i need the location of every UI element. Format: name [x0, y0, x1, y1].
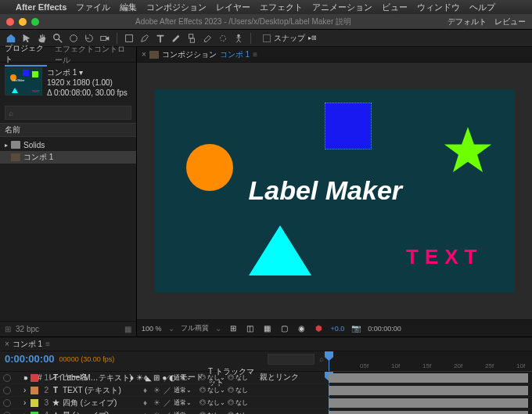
track-row[interactable] [329, 384, 532, 397]
clone-tool-icon[interactable] [185, 32, 198, 45]
layer-bar[interactable] [329, 411, 528, 414]
layer-name[interactable]: 四角 (シェイプ) [63, 398, 141, 409]
brush-tool-icon[interactable] [170, 32, 182, 45]
layer-row[interactable]: › 2 T TEXT (テキスト) ♦ ☀ ／ 通常⌄ ◎ なし⌄ ◎ なし [0, 384, 329, 397]
layer-name[interactable]: TEXT (テキスト) [63, 385, 141, 396]
square-shape[interactable] [325, 103, 371, 149]
orbit-tool-icon[interactable] [67, 32, 80, 45]
zoom-dropdown[interactable]: 100 % [142, 325, 162, 333]
roto-tool-icon[interactable] [217, 32, 229, 45]
layer-bar[interactable] [329, 398, 528, 408]
menu-edit[interactable]: 編集 [120, 2, 137, 13]
menu-help[interactable]: ヘルプ [469, 2, 495, 13]
parent-link[interactable]: ◎ なし [228, 398, 248, 407]
parent-link[interactable]: ◎ なし [228, 411, 248, 414]
menu-effect[interactable]: エフェクト [260, 2, 303, 13]
blend-mode[interactable]: 通常⌄ [174, 398, 197, 407]
track-matte[interactable]: ◎ なし⌄ [200, 411, 225, 414]
shape-tool-icon[interactable] [123, 32, 135, 45]
shy-switch[interactable]: ♦ [143, 373, 151, 382]
visibility-toggle[interactable] [3, 399, 11, 407]
layer-name[interactable]: Label M…テキスト) [63, 373, 141, 383]
close-window-button[interactable] [6, 18, 14, 26]
label-color[interactable] [31, 399, 38, 407]
collapse-switch[interactable]: ☀ [153, 373, 161, 382]
quality-switch[interactable]: ／ [164, 410, 171, 415]
collapse-switch[interactable]: ☀ [153, 411, 161, 414]
menu-composition[interactable]: コンポジション [146, 2, 207, 13]
blend-mode[interactable]: 通常⌄ [174, 373, 197, 382]
timeline-search-input[interactable] [268, 354, 315, 365]
quality-switch[interactable]: ／ [164, 398, 171, 409]
workspace-review[interactable]: レビュー [494, 16, 526, 27]
label-color[interactable] [31, 387, 38, 394]
quality-dropdown[interactable]: フル画質 [181, 323, 209, 333]
collapse-switch[interactable]: ☀ [153, 386, 161, 394]
track-area[interactable] [329, 372, 532, 414]
shy-switch[interactable]: ♦ [143, 386, 151, 394]
quality-switch[interactable]: ／ [164, 385, 171, 396]
parent-link[interactable]: ◎ なし [228, 373, 248, 382]
menu-layer[interactable]: レイヤー [216, 2, 250, 13]
time-ruler[interactable]: 05f 10f 15f 20f 25f 10f [329, 351, 532, 372]
expand-icon[interactable]: ▸ [5, 142, 8, 149]
playhead[interactable] [329, 351, 329, 371]
layer-row[interactable]: › 1 T Label M…テキスト) ♦ ☀ ／ 通常⌄ ◎ なし⌄ ◎ なし [0, 372, 329, 384]
track-matte[interactable]: ◎ なし⌄ [200, 398, 225, 407]
workspace-default[interactable]: デフォルト [448, 16, 487, 27]
preview-timecode[interactable]: 0:00:00:00 [368, 325, 401, 333]
layer-row[interactable]: › 3 ★ 四角 (シェイプ) ♦ ☀ ／ 通常⌄ ◎ なし⌄ ◎ なし [0, 397, 329, 409]
solids-folder[interactable]: ▸ Solids [0, 139, 136, 151]
layer-bar[interactable] [329, 373, 528, 383]
eraser-tool-icon[interactable] [201, 32, 214, 45]
parent-link[interactable]: ◎ なし [228, 386, 248, 394]
visibility-toggle[interactable] [3, 374, 11, 382]
3d-icon[interactable]: ⬢ [314, 323, 325, 334]
layer-row[interactable]: › 4 ★ 星 (シェイプ) ♦ ☀ ／ 通常⌄ ◎ なし⌄ ◎ なし [0, 409, 329, 414]
snap-options-icon[interactable]: ▸⊞ [308, 34, 317, 41]
viewer-tab[interactable]: × コンポジション コンポ 1 ≡ [142, 49, 257, 60]
star-shape[interactable] [438, 122, 498, 183]
puppet-tool-icon[interactable] [232, 32, 245, 45]
minimize-window-button[interactable] [19, 18, 27, 26]
label-color[interactable] [31, 374, 38, 382]
menu-file[interactable]: ファイル [76, 2, 110, 13]
text-tool-icon[interactable] [154, 32, 167, 45]
layer-name[interactable]: 星 (シェイプ) [63, 410, 141, 415]
name-column-header[interactable]: 名前 [5, 124, 20, 135]
visibility-toggle[interactable] [3, 412, 11, 415]
composition-canvas[interactable]: Label Maker TEXT [155, 89, 515, 293]
maximize-window-button[interactable] [31, 18, 39, 26]
project-search-input[interactable]: ⌕ [5, 106, 131, 120]
camera-tool-icon[interactable] [99, 32, 111, 45]
snap-checkbox[interactable] [263, 34, 271, 42]
quality-switch[interactable]: ／ [164, 373, 171, 383]
interpret-icon[interactable]: ⊞ [5, 325, 11, 333]
rotate-tool-icon[interactable] [83, 32, 95, 45]
region-icon[interactable]: ▢ [279, 323, 290, 334]
mask-icon[interactable]: ◫ [245, 323, 256, 334]
track-row[interactable] [329, 372, 532, 384]
exposure-value[interactable]: +0.0 [331, 325, 345, 333]
snapshot-icon[interactable]: 📷 [350, 323, 361, 334]
menu-animation[interactable]: アニメーション [312, 2, 372, 13]
timeline-tab[interactable]: コンポ 1 [13, 339, 42, 350]
canvas-area[interactable]: Label Maker TEXT [137, 63, 532, 319]
zoom-tool-icon[interactable] [52, 32, 64, 45]
comp-item[interactable]: ▸ コンポ 1 [0, 151, 136, 164]
text-layer[interactable]: TEXT [406, 245, 483, 269]
menu-view[interactable]: ビュー [382, 2, 408, 13]
toggle-alpha-icon[interactable]: ▦ [262, 323, 273, 334]
visibility-toggle[interactable] [3, 387, 11, 394]
blend-mode[interactable]: 通常⌄ [174, 386, 197, 394]
label-color[interactable] [31, 412, 38, 415]
comp-name[interactable]: コンポ 1 ▾ [47, 67, 128, 77]
track-matte[interactable]: ◎ なし⌄ [200, 386, 225, 394]
app-name[interactable]: After Effects [16, 2, 66, 12]
label-text-layer[interactable]: Label Maker [249, 175, 403, 206]
track-row[interactable] [329, 397, 532, 409]
shy-switch[interactable]: ♦ [143, 411, 151, 414]
collapse-switch[interactable]: ☀ [153, 398, 161, 407]
new-folder-icon[interactable]: ▦ [124, 325, 131, 333]
grid-icon[interactable]: ⊞ [228, 323, 239, 334]
